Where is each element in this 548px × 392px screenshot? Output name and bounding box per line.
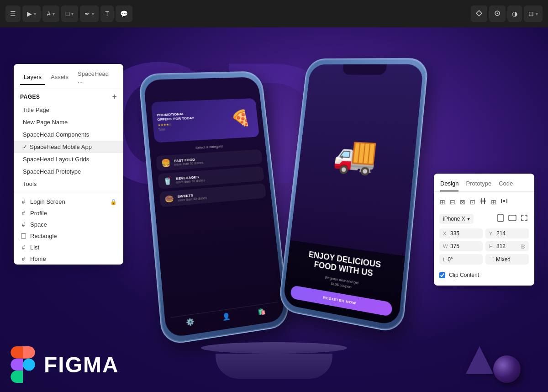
svg-point-1 <box>497 12 498 14</box>
w-field[interactable]: W 375 <box>439 241 483 251</box>
chevron-down-icon: ▾ <box>53 11 55 16</box>
tab-assets[interactable]: Assets <box>47 72 72 85</box>
layer-name: Space <box>30 221 47 228</box>
sweets-info: SWEETS more than 40 dishes <box>177 187 262 201</box>
layer-list[interactable]: # List <box>14 242 123 253</box>
w-label: W <box>443 244 448 249</box>
clip-content-row: Clip Content <box>434 270 534 280</box>
xy-coords: X 335 Y 214 <box>439 228 529 238</box>
pages-label: Pages <box>20 94 40 100</box>
shape-tool-button[interactable]: □ ▾ <box>61 5 78 22</box>
rotation-row: L 0° ⌒ Mixed <box>439 254 529 265</box>
frame-icon: # <box>20 222 26 228</box>
align-bottom-button[interactable]: ⊞ <box>490 197 498 207</box>
tab-spacehead[interactable]: SpaceHead ... <box>74 69 117 88</box>
frame-icon: # <box>20 210 26 217</box>
phone-frame-back: 🚚 ENJOY DELICIOUSFOOD WITH US Register n… <box>278 58 429 334</box>
menu-button[interactable]: ☰ <box>5 5 21 22</box>
layer-rectangle[interactable]: Rectangle <box>14 230 123 242</box>
truck-bottom-area: ENJOY DELICIOUSFOOD WITH US Register now… <box>283 240 405 326</box>
shape-icon: □ <box>66 10 69 17</box>
resize-button[interactable]: ⊡ ▾ <box>524 5 543 22</box>
align-center-v-button[interactable] <box>479 196 488 207</box>
resize-corners-icon[interactable] <box>520 213 529 224</box>
resize-icon: ⊡ <box>528 10 534 17</box>
tab-layers[interactable]: Layers <box>20 72 45 85</box>
page-item-layout[interactable]: SpaceHead Layout Grids <box>14 153 123 165</box>
page-name: SpaceHead Mobile App <box>30 143 92 150</box>
divider <box>14 193 123 193</box>
page-item-prototype[interactable]: SpaceHead Prototype <box>14 165 123 178</box>
layer-profile[interactable]: # Profile <box>14 207 123 219</box>
align-top-button[interactable]: ⊡ <box>469 197 477 207</box>
phone-screen-back: 🚚 ENJOY DELICIOUSFOOD WITH US Register n… <box>283 64 424 326</box>
page-item-newpage[interactable]: New Page Name <box>14 116 123 128</box>
tab-design[interactable]: Design <box>440 178 458 191</box>
sphere-shape <box>493 355 521 383</box>
svg-rect-8 <box>498 214 503 222</box>
pages-header: Pages + <box>14 88 123 104</box>
x-field[interactable]: X 335 <box>439 228 483 238</box>
wh-coords: W 375 H 812 ⛓ <box>439 241 529 251</box>
page-item-components[interactable]: SpaceHead Components <box>14 128 123 141</box>
corner-field[interactable]: ⌒ Mixed <box>485 254 529 265</box>
page-item-tools[interactable]: Tools <box>14 178 123 190</box>
move-tool-button[interactable]: ▶ ▾ <box>22 5 41 22</box>
left-panel: Layers Assets SpaceHead ... Pages + Titl… <box>14 64 123 265</box>
figma-logo-area: FIGMA <box>9 346 119 383</box>
svg-rect-9 <box>509 215 516 221</box>
layer-login-screen[interactable]: # Login Screen 🔒 <box>14 196 123 207</box>
svg-rect-2 <box>480 201 486 201</box>
clip-content-label: Clip Content <box>449 272 479 278</box>
align-right-button[interactable]: ⊠ <box>458 197 467 207</box>
figma-icon <box>9 346 37 383</box>
text-tool-button[interactable]: T <box>100 5 114 22</box>
layer-space[interactable]: # Space <box>14 219 123 230</box>
cone-shape <box>466 346 493 374</box>
device-selector[interactable]: iPhone X ▾ <box>439 214 474 224</box>
phone-notch-front <box>180 78 225 90</box>
page-name: Tools <box>23 180 37 187</box>
page-name: SpaceHead Layout Grids <box>23 156 89 163</box>
chevron-down-icon: ▾ <box>467 216 470 222</box>
page-item-title[interactable]: Title Page <box>14 104 123 116</box>
settings-nav-icon[interactable]: ⚙️ <box>185 318 194 327</box>
page-name: Title Page <box>23 106 49 113</box>
align-left-button[interactable]: ⊞ <box>438 197 447 207</box>
phones-container: PROMOTIONALOFFERS FOR TODAY ★★★★☆ Total … <box>142 41 406 370</box>
chevron-down-icon: ▾ <box>92 11 94 16</box>
clip-content-checkbox[interactable] <box>439 272 445 278</box>
landscape-icon[interactable] <box>507 213 518 224</box>
layer-home[interactable]: # Home <box>14 253 123 265</box>
component-icon <box>475 10 483 18</box>
rotation-field[interactable]: L 0° <box>439 254 483 265</box>
check-icon: ✓ <box>23 144 27 150</box>
grid-button[interactable] <box>489 5 506 22</box>
device-name: iPhone X <box>443 216 465 222</box>
contrast-button[interactable]: ◑ <box>507 5 522 22</box>
page-item-mobile-app[interactable]: ✓ SpaceHead Mobile App <box>14 141 123 153</box>
chain-icon: ⛓ <box>521 244 525 249</box>
panel-tabs: Layers Assets SpaceHead ... <box>14 64 123 88</box>
component-button[interactable] <box>471 5 487 22</box>
tab-prototype[interactable]: Prototype <box>466 178 491 191</box>
podium <box>201 342 347 379</box>
y-field[interactable]: Y 214 <box>485 228 529 238</box>
figma-text-label: FIGMA <box>44 352 119 377</box>
add-page-button[interactable]: + <box>112 93 117 101</box>
y-label: Y <box>489 231 495 236</box>
h-field[interactable]: H 812 ⛓ <box>485 241 529 251</box>
rotation-label: L <box>443 257 446 262</box>
corner-value: Mixed <box>496 256 511 263</box>
comment-tool-button[interactable]: 💬 <box>116 5 132 22</box>
contrast-icon: ◑ <box>512 10 517 17</box>
frame-tool-button[interactable]: # ▾ <box>42 5 59 22</box>
align-center-h-button[interactable]: ⊟ <box>448 197 457 207</box>
layer-name: Profile <box>30 210 47 217</box>
bag-nav-icon[interactable]: 🛍️ <box>258 307 266 316</box>
pen-tool-button[interactable]: ✒ ▾ <box>80 5 99 22</box>
distribute-button[interactable] <box>500 196 509 207</box>
tab-code[interactable]: Code <box>499 178 513 191</box>
portrait-icon[interactable] <box>496 212 505 225</box>
profile-nav-icon[interactable]: 👤 <box>222 312 231 321</box>
